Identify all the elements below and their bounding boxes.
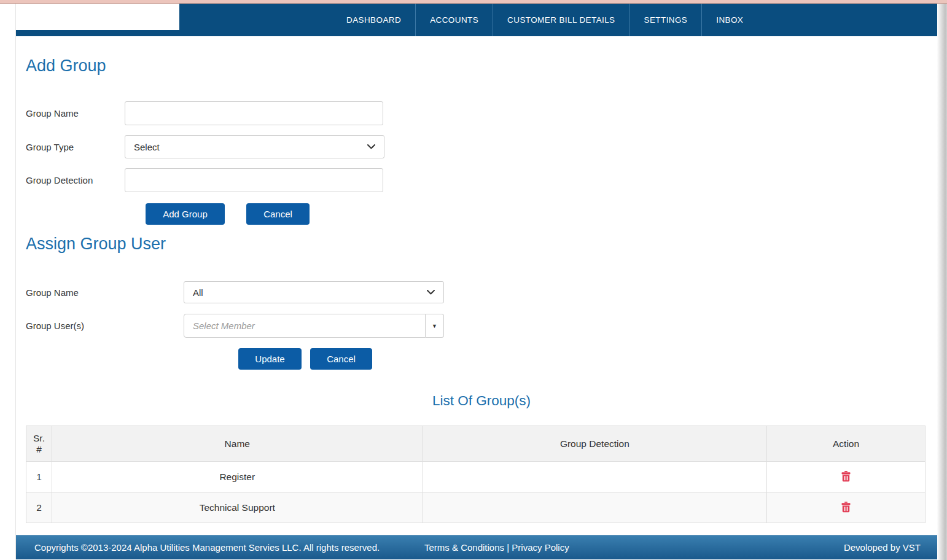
nav-item-dashboard[interactable]: DASHBOARD [332,4,415,36]
terms-link[interactable]: Terms & Conditions [424,542,504,553]
group-detection-label: Group Detection [26,175,125,185]
delete-group-button[interactable] [840,470,852,483]
select-member-input[interactable] [184,314,426,338]
add-group-cancel-button[interactable]: Cancel [246,203,310,225]
footer: Copyrights ©2013-2024 Alpha Utilities Ma… [16,535,937,559]
member-dropdown-button[interactable]: ▼ [426,314,444,338]
caret-down-icon: ▼ [432,323,437,329]
page-container: DASHBOARD ACCOUNTS CUSTOMER BILL DETAILS… [15,4,937,559]
table-row: 2 Technical Support [26,492,926,523]
delete-group-button[interactable] [840,500,852,514]
nav-menu: DASHBOARD ACCOUNTS CUSTOMER BILL DETAILS… [332,4,937,36]
header-name: Name [52,426,423,462]
add-group-buttons: Add Group Cancel [26,203,937,225]
assign-group-name-label: Group Name [26,287,184,298]
group-name-input[interactable] [125,101,383,125]
logo[interactable] [16,4,179,30]
copyright-text: Copyrights ©2013-2024 Alpha Utilities Ma… [16,542,380,553]
footer-links: Terms & Conditions | Privacy Policy [424,542,569,553]
group-type-label: Group Type [26,142,125,152]
footer-link-separator: | [504,542,512,553]
developer-credit: Devoloped by VST [844,542,937,553]
group-name-row: Group Name [26,101,937,125]
add-group-button[interactable]: Add Group [146,203,225,225]
main-content: Add Group Group Name Group Type Select G… [16,36,937,523]
groups-table: Sr. # Name Group Detection Action 1 Regi… [26,426,926,523]
cell-sr: 1 [26,462,52,492]
privacy-link[interactable]: Privacy Policy [512,542,569,553]
header-sr: Sr. # [26,426,52,462]
group-users-row: Group User(s) ▼ [26,314,937,338]
trash-icon [841,502,851,513]
chevron-down-icon [367,144,375,149]
member-combo: ▼ [184,314,444,338]
right-edge-gradient [937,4,947,560]
assign-group-name-row: Group Name All [26,281,937,303]
cell-name: Register [52,462,423,492]
nav-item-accounts[interactable]: ACCOUNTS [415,4,493,36]
cell-group-detection [423,492,767,523]
trash-icon [841,471,851,482]
group-name-label: Group Name [26,108,125,119]
table-header-row: Sr. # Name Group Detection Action [26,426,926,462]
add-group-title: Add Group [26,56,937,76]
group-type-row: Group Type Select [26,135,937,158]
table-row: 1 Register [26,462,926,492]
nav-item-inbox[interactable]: INBOX [701,4,757,36]
header-action: Action [767,426,926,462]
group-detection-row: Group Detection [26,168,937,192]
cell-action [767,462,926,492]
assign-group-title: Assign Group User [26,235,937,254]
update-button[interactable]: Update [238,348,302,370]
assign-group-name-selected-value: All [193,287,203,298]
cell-group-detection [423,462,767,492]
top-navbar: DASHBOARD ACCOUNTS CUSTOMER BILL DETAILS… [16,4,937,36]
header-group-detection: Group Detection [423,426,767,462]
cell-action [767,492,926,523]
nav-item-settings[interactable]: SETTINGS [629,4,702,36]
cell-sr: 2 [26,492,52,523]
chevron-down-icon [427,290,435,295]
cell-name: Technical Support [52,492,423,523]
groups-list-title: List Of Group(s) [26,393,937,409]
assign-group-name-select[interactable]: All [184,281,444,303]
group-type-selected-value: Select [134,142,160,152]
group-users-label: Group User(s) [26,321,184,331]
nav-item-customer-bill-details[interactable]: CUSTOMER BILL DETAILS [493,4,629,36]
assign-group-buttons: Update Cancel [26,348,937,370]
assign-cancel-button[interactable]: Cancel [310,348,372,370]
group-detection-input[interactable] [125,168,383,192]
group-type-select[interactable]: Select [125,135,384,158]
